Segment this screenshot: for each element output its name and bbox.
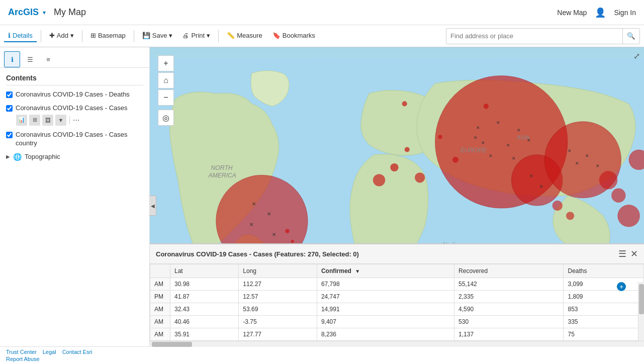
sign-in-button[interactable]: Sign In [614, 9, 636, 17]
cell-lat-3: 40.46 [170, 316, 239, 328]
cell-recovered-3: 530 [454, 316, 564, 328]
layer-header: Coronavirus COVID-19 Cases - Deaths [6, 90, 143, 99]
layer-image-icon[interactable]: 🖼 [42, 115, 53, 126]
toolbar-separator-3 [134, 30, 134, 42]
cell-label-4: AM [150, 328, 170, 341]
cell-long-0: 112.27 [239, 278, 317, 291]
sublayer-arrow-icon[interactable]: ▶ [6, 154, 10, 159]
table-actions: ☰ ✕ [618, 248, 638, 259]
table-add-column-button[interactable]: + [617, 282, 626, 291]
user-icon[interactable]: 👤 [595, 7, 606, 18]
trust-center-link[interactable]: Trust Center [6, 349, 37, 355]
layer1-name: Coronavirus COVID-19 Cases - Deaths [16, 90, 130, 99]
layer-table-icon[interactable]: ⊞ [29, 115, 40, 126]
add-button[interactable]: ✚ Add ▾ [45, 30, 78, 42]
contact-esri-link[interactable]: Contact Esri [62, 349, 93, 355]
print-button[interactable]: 🖨 Print ▾ [178, 30, 214, 42]
legal-link[interactable]: Legal [43, 349, 56, 355]
add-icon: ✚ [49, 32, 55, 39]
cell-long-3: -3.75 [239, 316, 317, 328]
svg-point-26 [452, 157, 458, 163]
cell-confirmed-4: 8,236 [317, 328, 454, 341]
table-close-button[interactable]: ✕ [630, 248, 638, 259]
cell-long-2: 53.69 [239, 303, 317, 316]
expand-map-button[interactable]: ⤢ [633, 51, 640, 61]
table-scroll-area[interactable]: Lat Long Confirmed ▼ Recovered Deaths [150, 264, 644, 341]
svg-text:✕: ✕ [539, 184, 543, 189]
sidebar-tab-legend[interactable]: ≡ [40, 51, 56, 67]
contents-title: Contents [6, 74, 143, 85]
sort-desc-icon: ▼ [355, 268, 360, 274]
toolbar-separator-4 [218, 30, 219, 42]
col-header-confirmed[interactable]: Confirmed ▼ [317, 264, 454, 278]
toolbar: ℹ Details ✚ Add ▾ ⊞ Basemap 💾 Save ▾ 🖨 P… [0, 25, 644, 47]
save-dropdown-icon: ▾ [169, 32, 172, 39]
svg-text:NORTH: NORTH [211, 164, 233, 171]
save-button[interactable]: 💾 Save ▾ [138, 30, 177, 42]
layer-filter-icon[interactable]: ▼ [55, 115, 66, 126]
cell-lat-2: 32.43 [170, 303, 239, 316]
table-horizontal-scrollbar[interactable] [150, 341, 644, 347]
add-dropdown-icon: ▾ [70, 32, 74, 39]
report-abuse-link[interactable]: Report Abuse [6, 356, 40, 362]
data-table: Lat Long Confirmed ▼ Recovered Deaths [150, 264, 644, 341]
svg-point-24 [405, 147, 410, 152]
table-header-row: Lat Long Confirmed ▼ Recovered Deaths [150, 264, 644, 278]
cell-recovered-4: 1,137 [454, 328, 564, 341]
col-header-deaths[interactable]: Deaths [564, 264, 644, 278]
new-map-button[interactable]: New Map [557, 9, 587, 17]
sidebar: ℹ ☰ ≡ Contents Coronavirus COVID-19 Case… [0, 47, 150, 364]
layer-more-icon[interactable]: ··· [73, 116, 79, 125]
svg-text:✕: ✕ [474, 135, 478, 140]
arcgis-logo[interactable]: ArcGIS [8, 7, 39, 18]
layer1-checkbox[interactable] [6, 92, 13, 98]
svg-point-25 [438, 135, 442, 139]
cell-recovered-2: 4,590 [454, 303, 564, 316]
sidebar-tab-contents[interactable]: ☰ [22, 51, 38, 67]
map-controls: + ⌂ − ◎ [158, 55, 174, 126]
zoom-in-button[interactable]: + [158, 55, 174, 71]
save-icon: 💾 [142, 32, 150, 39]
layer-item: Coronavirus COVID-19 Cases - Deaths [6, 90, 143, 99]
basemap-icon: ⊞ [90, 32, 96, 39]
home-button[interactable]: ⌂ [158, 72, 174, 88]
arcgis-dropdown[interactable]: ▾ [43, 9, 46, 16]
hscroll-thumb[interactable] [152, 342, 192, 347]
search-input[interactable] [446, 29, 622, 44]
svg-point-36 [484, 104, 489, 109]
svg-text:✕: ✕ [481, 140, 485, 145]
table-title: Coronavirus COVID-19 Cases - Cases (Feat… [156, 250, 359, 258]
table-vertical-scrollbar[interactable] [638, 282, 644, 341]
cell-confirmed-1: 24,747 [317, 291, 454, 303]
layer3-checkbox[interactable] [6, 132, 13, 138]
col-header-recovered[interactable]: Recovered [454, 264, 564, 278]
locate-button[interactable]: ◎ [158, 110, 174, 126]
measure-button[interactable]: 📏 Measure [223, 30, 266, 42]
bookmarks-button[interactable]: 🔖 Bookmarks [268, 30, 319, 42]
layer-header: Coronavirus COVID-19 Cases - Cases [6, 104, 143, 113]
layer2-checkbox[interactable] [6, 105, 13, 112]
col-header-lat[interactable]: Lat [170, 264, 239, 278]
top-nav-left: ArcGIS ▾ My Map [8, 7, 86, 18]
layer-item: Coronavirus COVID-19 Cases - Cases 📊 ⊞ 🖼… [6, 104, 143, 126]
col-header-long[interactable]: Long [239, 264, 317, 278]
vscroll-thumb[interactable] [639, 284, 644, 314]
cell-label-1: PM [150, 291, 170, 303]
bookmarks-icon: 🔖 [272, 32, 281, 39]
sidebar-collapse-button[interactable]: ◀ [149, 196, 156, 216]
details-button[interactable]: ℹ Details [4, 30, 37, 42]
svg-point-28 [373, 174, 385, 186]
table-menu-button[interactable]: ☰ [618, 248, 626, 259]
map-area[interactable]: ✕ ✕ ✕ ✕ ✕ ✕ ✕ ✕ ✕ ✕ ✕ ✕ ✕ ✕ ✕ [150, 47, 644, 364]
svg-point-38 [291, 240, 294, 243]
sidebar-tab-info[interactable]: ℹ [4, 51, 20, 67]
svg-point-37 [286, 229, 290, 233]
zoom-out-button[interactable]: − [158, 89, 174, 106]
svg-text:✕: ✕ [517, 128, 521, 133]
col-header-row-label[interactable] [150, 264, 170, 278]
cell-label-0: AM [150, 278, 170, 291]
layer-chart-icon[interactable]: 📊 [16, 115, 27, 126]
search-button[interactable]: 🔍 [622, 29, 639, 44]
cell-recovered-0: 55,142 [454, 278, 564, 291]
basemap-button[interactable]: ⊞ Basemap [86, 30, 130, 42]
